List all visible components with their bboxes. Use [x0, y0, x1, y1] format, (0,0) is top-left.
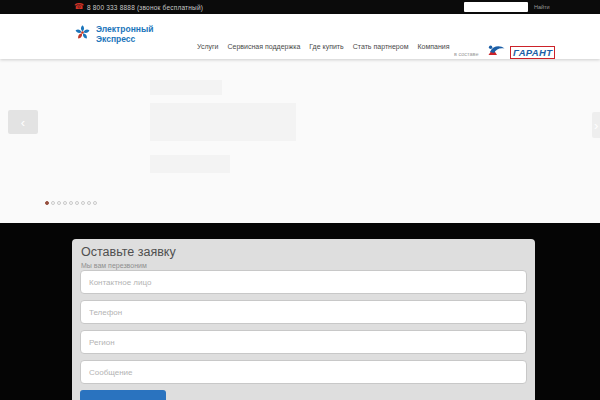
phone-block: ☎ 8 800 333 8888 (звонок бесплатный) — [74, 0, 203, 14]
slider-dot[interactable] — [57, 201, 61, 205]
message-field[interactable] — [80, 360, 527, 384]
phone-field[interactable] — [80, 300, 527, 324]
phone-number: 8 800 333 8888 (звонок бесплатный) — [87, 4, 203, 11]
garant-logo[interactable]: ГАРАНТ — [486, 43, 555, 62]
nav-item[interactable]: Стать партнером — [353, 43, 409, 50]
page: ☎ 8 800 333 8888 (звонок бесплатный) Най… — [0, 0, 600, 400]
nav-item[interactable]: Сервисная поддержка — [228, 43, 301, 50]
main-nav: УслугиСервисная поддержкаГде купитьСтать… — [197, 43, 450, 50]
chevron-left-icon: ‹ — [21, 115, 25, 130]
phone-icon: ☎ — [74, 3, 84, 11]
header: Электронный Экспресс УслугиСервисная под… — [0, 14, 600, 59]
chevron-right-icon: › — [594, 118, 598, 133]
slider-prev-button[interactable]: ‹ — [8, 110, 38, 134]
logo-line1: Электронный — [96, 24, 153, 34]
slider-dot[interactable] — [45, 201, 49, 205]
request-section: Оставьте заявку Мы вам перезвоним — [0, 223, 600, 400]
slider-dot[interactable] — [75, 201, 79, 205]
region-field[interactable] — [80, 330, 527, 354]
slider-dots — [45, 201, 97, 205]
garant-emblem-icon — [486, 43, 508, 62]
hero-slider: ‹ › — [0, 59, 600, 223]
logo-pinwheel-icon — [74, 24, 91, 45]
slider-dot[interactable] — [63, 201, 67, 205]
garant-wordmark: ГАРАНТ — [510, 46, 555, 59]
slide-placeholder-block — [150, 155, 230, 173]
slider-next-button[interactable]: › — [592, 112, 600, 138]
nav-item[interactable]: Где купить — [309, 43, 343, 50]
part-of-label: в составе — [454, 51, 479, 57]
site-logo[interactable]: Электронный Экспресс — [74, 24, 153, 45]
slide-placeholder-block — [150, 103, 296, 141]
submit-button[interactable] — [80, 390, 166, 400]
contact-person-field[interactable] — [80, 270, 527, 294]
nav-item[interactable]: Услуги — [197, 43, 219, 50]
slider-dot[interactable] — [87, 201, 91, 205]
logo-text: Электронный Экспресс — [96, 25, 153, 45]
search-input[interactable] — [464, 2, 528, 12]
slider-dot[interactable] — [51, 201, 55, 205]
nav-item[interactable]: Компания — [417, 43, 449, 50]
slider-dot[interactable] — [69, 201, 73, 205]
slider-dot[interactable] — [93, 201, 97, 205]
topbar: ☎ 8 800 333 8888 (звонок бесплатный) Най… — [0, 0, 600, 14]
search-go-button[interactable]: Найти — [534, 4, 550, 10]
slide-placeholder-block — [150, 80, 222, 95]
form-subtitle: Мы вам перезвоним — [81, 262, 147, 269]
form-title: Оставьте заявку — [81, 245, 176, 259]
slider-dot[interactable] — [81, 201, 85, 205]
request-form-panel: Оставьте заявку Мы вам перезвоним — [72, 239, 535, 400]
logo-line2: Экспресс — [96, 34, 135, 44]
